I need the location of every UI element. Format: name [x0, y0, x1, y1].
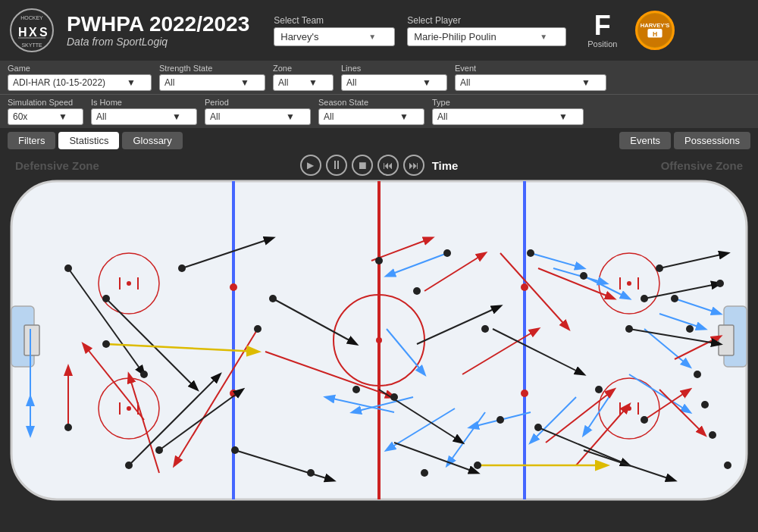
season-state-value: All [324, 111, 334, 122]
title-block: PWHPA 2022/2023 Data from SportLogiq [67, 13, 249, 49]
svg-point-20 [127, 281, 131, 286]
svg-point-106 [481, 325, 489, 333]
is-home-arrow: ▼ [172, 111, 181, 122]
player-select-arrow: ▼ [540, 33, 547, 41]
svg-point-38 [521, 390, 528, 397]
lines-arrow: ▼ [422, 77, 431, 88]
strength-value: All [164, 77, 174, 88]
season-state-label: Season State [318, 98, 424, 107]
stop-button[interactable]: ⏹ [352, 155, 373, 176]
app-title: PWHPA 2022/2023 [67, 13, 249, 36]
type-select[interactable]: All ▼ [432, 108, 584, 125]
svg-point-118 [694, 371, 701, 378]
game-filter-group: Game ADI-HAR (10-15-2022) ▼ [8, 64, 152, 91]
svg-point-110 [580, 272, 587, 280]
event-value: All [460, 77, 470, 88]
zone-label: Zone [273, 64, 334, 73]
svg-point-28 [627, 281, 631, 286]
player-select-group: Select Player Marie-Philip Poulin ▼ [407, 15, 566, 46]
svg-text:SKYTTE: SKYTTE [21, 42, 42, 48]
rewind-button[interactable]: ⏮ [377, 155, 399, 176]
play-button[interactable]: ▶ [300, 155, 321, 176]
svg-point-109 [534, 424, 542, 431]
player-select-label: Select Player [407, 15, 566, 26]
strength-arrow: ▼ [240, 77, 249, 88]
is-home-select[interactable]: All ▼ [91, 108, 197, 125]
type-label: Type [432, 98, 584, 107]
svg-text:HARVEY'S: HARVEY'S [641, 22, 670, 29]
svg-point-112 [625, 325, 633, 333]
svg-point-94 [125, 462, 133, 469]
svg-point-120 [709, 431, 716, 439]
app-logo: HOCKEY H X S SKYTTE [9, 8, 55, 53]
svg-point-37 [521, 283, 528, 291]
sim-speed-arrow: ▼ [58, 111, 67, 122]
zone-value: All [278, 77, 288, 88]
game-value: ADI-HAR (10-15-2022) [13, 77, 105, 88]
period-arrow: ▼ [286, 111, 295, 122]
events-tab[interactable]: Events [619, 132, 671, 149]
statistics-tab[interactable]: Statistics [58, 132, 119, 149]
period-select[interactable]: All ▼ [205, 108, 311, 125]
svg-point-122 [724, 462, 731, 469]
lines-select[interactable]: All ▼ [341, 74, 447, 91]
svg-point-105 [443, 249, 451, 257]
player-select[interactable]: Marie-Philip Poulin ▼ [407, 27, 566, 46]
svg-point-117 [686, 325, 694, 333]
svg-point-97 [102, 340, 110, 348]
season-state-select[interactable]: All ▼ [318, 108, 424, 125]
zone-filter-group: Zone All ▼ [273, 64, 334, 91]
svg-point-107 [496, 416, 504, 424]
svg-point-116 [671, 295, 678, 302]
team-select[interactable]: Harvey's ▼ [274, 27, 395, 46]
svg-point-93 [102, 295, 110, 302]
svg-point-114 [641, 416, 648, 424]
svg-point-92 [64, 264, 72, 272]
strength-filter-group: Strength State All ▼ [159, 64, 265, 91]
svg-point-100 [269, 295, 277, 302]
svg-text:S: S [39, 26, 48, 39]
strength-label: Strength State [159, 64, 265, 73]
svg-point-102 [375, 257, 383, 264]
svg-point-115 [656, 264, 663, 272]
type-arrow: ▼ [559, 111, 568, 122]
possessions-tab[interactable]: Possessions [674, 132, 750, 149]
zone-select[interactable]: All ▼ [273, 74, 334, 91]
team-select-value: Harvey's [280, 31, 318, 42]
pause-button[interactable]: ⏸ [326, 155, 347, 176]
strength-select[interactable]: All ▼ [159, 74, 265, 91]
player-select-value: Marie-Philip Poulin [414, 31, 496, 42]
event-select[interactable]: All ▼ [455, 74, 606, 91]
filters-tab[interactable]: Filters [8, 132, 55, 149]
is-home-label: Is Home [91, 98, 197, 107]
type-filter-group: Type All ▼ [432, 98, 584, 125]
period-value: All [210, 111, 220, 122]
svg-point-18 [376, 337, 382, 343]
app-subtitle: Data from SportLogiq [67, 36, 249, 48]
svg-rect-39 [24, 325, 39, 355]
position-value: F [594, 12, 611, 39]
defensive-zone-label: Defensive Zone [15, 159, 167, 172]
svg-point-103 [390, 393, 398, 401]
svg-rect-40 [719, 325, 734, 355]
event-label: Event [455, 64, 606, 73]
svg-point-96 [64, 424, 72, 431]
zone-arrow: ▼ [309, 77, 318, 88]
team-select-group: Select Team Harvey's ▼ [274, 15, 395, 46]
game-select[interactable]: ADI-HAR (10-15-2022) ▼ [8, 74, 152, 91]
svg-text:HOCKEY: HOCKEY [20, 15, 43, 20]
svg-point-125 [178, 264, 186, 272]
season-state-arrow: ▼ [399, 111, 409, 122]
lines-label: Lines [341, 64, 447, 73]
season-state-filter-group: Season State All ▼ [318, 98, 424, 125]
glossary-tab[interactable]: Glossary [122, 132, 182, 149]
sponsor-logo: HARVEY'S H [635, 11, 675, 50]
svg-text:X: X [29, 26, 37, 39]
svg-text:H: H [18, 26, 27, 39]
fastforward-button[interactable]: ⏭ [403, 155, 424, 176]
lines-value: All [346, 77, 356, 88]
lines-filter-group: Lines All ▼ [341, 64, 447, 91]
svg-point-124 [231, 446, 239, 454]
position-label: Position [587, 39, 617, 49]
sim-speed-select[interactable]: 60x ▼ [8, 108, 83, 125]
